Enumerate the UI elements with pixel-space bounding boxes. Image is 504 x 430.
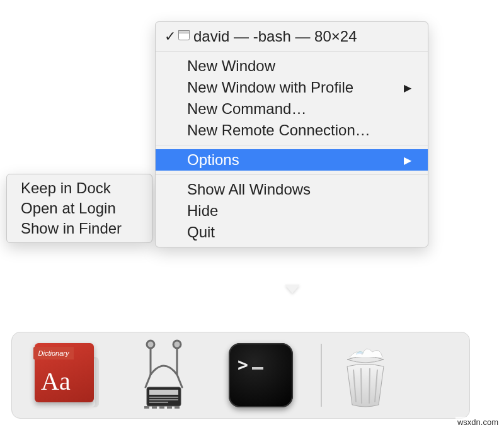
submenu-arrow-icon: ▶: [404, 154, 411, 166]
watermark: wsxdn.com: [455, 417, 500, 427]
checkmark-icon: ✓: [164, 28, 176, 45]
menu-item-new-window-profile[interactable]: New Window with Profile▶: [156, 77, 428, 98]
menu-item-new-window[interactable]: New Window: [156, 55, 428, 77]
dock-separator: [321, 344, 322, 407]
menu-callout-tail: [285, 285, 300, 293]
menu-label: New Window: [187, 57, 275, 75]
menu-label: david — -bash — 80×24: [193, 28, 357, 45]
svg-rect-11: [159, 406, 164, 409]
menu-label: Show in Finder: [21, 220, 122, 237]
dock-context-menu: ✓ david — -bash — 80×24 New Window New W…: [155, 21, 428, 247]
menu-label: New Window with Profile: [187, 79, 353, 96]
svg-rect-7: [149, 399, 178, 400]
menu-separator: [156, 145, 428, 145]
dictionary-tab-label: Dictionary: [33, 347, 74, 359]
dock-app-terminal[interactable]: >: [224, 338, 298, 412]
menu-label: Open at Login: [21, 200, 116, 217]
svg-rect-1: [179, 31, 190, 33]
svg-point-2: [147, 341, 154, 348]
menu-item-open-at-login[interactable]: Open at Login: [7, 198, 152, 218]
menu-item-hide[interactable]: Hide: [156, 200, 428, 222]
svg-rect-8: [149, 402, 168, 403]
terminal-icon: >: [229, 343, 293, 407]
menu-item-new-command[interactable]: New Command…: [156, 98, 428, 120]
trash-icon: [328, 338, 403, 412]
svg-rect-13: [175, 406, 180, 409]
menu-label: Show All Windows: [187, 181, 311, 198]
window-icon: [178, 30, 190, 40]
svg-rect-9: [144, 406, 149, 409]
menu-item-show-in-finder[interactable]: Show in Finder: [7, 218, 152, 239]
menu-label: New Command…: [187, 100, 306, 118]
dock-app-dictionary[interactable]: Dictionary Aa: [30, 338, 104, 412]
menu-label: Options: [187, 151, 239, 169]
menu-item-keep-in-dock[interactable]: Keep in Dock: [7, 178, 152, 198]
svg-rect-6: [149, 397, 178, 398]
menu-item-quit[interactable]: Quit: [156, 222, 428, 243]
menu-label: Quit: [187, 223, 215, 241]
svg-rect-12: [167, 406, 172, 409]
svg-point-3: [173, 341, 181, 348]
dictionary-glyph: Aa: [41, 366, 71, 396]
menu-separator: [156, 51, 428, 52]
submenu-arrow-icon: ▶: [404, 82, 411, 94]
svg-rect-10: [152, 406, 157, 409]
dock-trash[interactable]: [328, 338, 403, 412]
svg-rect-5: [149, 390, 178, 395]
dock: Dictionary Aa >: [11, 332, 470, 419]
system-information-icon: [127, 338, 201, 412]
menu-item-window-title[interactable]: ✓ david — -bash — 80×24: [156, 26, 428, 47]
menu-separator: [156, 174, 428, 175]
menu-label: New Remote Connection…: [187, 122, 370, 139]
terminal-prompt-glyph: >: [238, 354, 263, 375]
menu-item-new-remote[interactable]: New Remote Connection…: [156, 120, 428, 141]
dock-app-system-information[interactable]: [127, 338, 201, 412]
menu-label: Keep in Dock: [21, 179, 111, 197]
options-submenu: Keep in Dock Open at Login Show in Finde…: [6, 174, 152, 243]
menu-item-options[interactable]: Options▶: [156, 149, 428, 171]
menu-item-show-all-windows[interactable]: Show All Windows: [156, 179, 428, 200]
dictionary-icon: Dictionary Aa: [35, 343, 99, 407]
menu-label: Hide: [187, 202, 218, 220]
